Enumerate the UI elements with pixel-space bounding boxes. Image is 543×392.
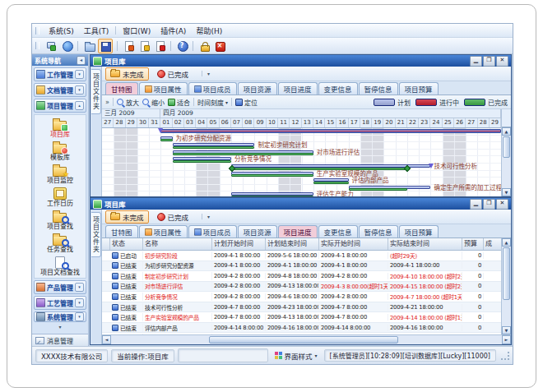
locate-button[interactable]: 定位 <box>235 98 258 107</box>
gantt-bar-done[interactable] <box>231 174 313 177</box>
tab-甘特图[interactable]: 甘特图 <box>105 82 138 95</box>
sidebar-item-项目查找[interactable]: 项目查找 <box>35 210 86 230</box>
table-row[interactable]: 已结束分析竞争情况2009-4-2 8:00:002009-4-6 18:00:… <box>102 292 501 302</box>
filter-tab-completed[interactable]: 已完成 <box>152 67 194 81</box>
menu-item-1[interactable]: 系统(S) <box>44 25 79 37</box>
chevron-down-icon[interactable]: ▾ <box>75 70 84 79</box>
scroll-down-button[interactable]: ▼ <box>502 326 511 334</box>
minimize-button[interactable]: ▁ <box>470 199 482 210</box>
tab-变更信息[interactable]: 变更信息 <box>318 225 358 238</box>
maximize-button[interactable]: ❐ <box>483 56 495 67</box>
tab-项目属性[interactable]: 项目属性 <box>139 82 188 95</box>
close-button[interactable]: ✕ <box>496 199 508 210</box>
day-cell[interactable]: 08 <box>243 118 254 127</box>
vertical-scrollbar[interactable]: ▲▼ <box>501 109 511 196</box>
fit-button[interactable]: 适合 <box>168 98 190 107</box>
day-cell[interactable]: 14 <box>313 118 325 127</box>
day-cell[interactable]: 20 <box>383 118 395 127</box>
day-cell[interactable]: 12 <box>290 118 301 127</box>
scroll-right-button[interactable]: ► <box>502 335 511 344</box>
tab-暂停信息[interactable]: 暂停信息 <box>359 225 398 238</box>
day-cell[interactable]: 26 <box>454 118 466 127</box>
day-cell[interactable]: 02 <box>173 118 184 127</box>
project-folder-tab[interactable]: 项目文件夹 <box>91 69 101 114</box>
day-cell[interactable]: 31 <box>149 118 160 127</box>
day-cell[interactable]: 07 <box>231 118 243 127</box>
more-chevron-icon[interactable]: » <box>105 99 109 106</box>
table-row[interactable]: 已结束评估内部产品2009-4-14 8:00:002009-4-16 18:0… <box>102 323 501 334</box>
menu-item-3[interactable]: 窗口(W) <box>118 25 155 37</box>
day-cell[interactable]: 17 <box>349 118 360 127</box>
overflow-chevron-icon[interactable]: ▾ <box>202 214 210 219</box>
sidebar-collapse-icon[interactable]: ◂ <box>77 56 86 65</box>
table-row[interactable]: 已结束对市场进行评估2009-4-2 8:00:002009-4-13 18:0… <box>102 282 501 293</box>
sidebar-group-1[interactable]: 工作管理▾ <box>34 67 86 81</box>
column-header-6[interactable]: 实际结束时间 <box>388 238 462 250</box>
globe-button[interactable] <box>60 39 73 53</box>
project-folder-tab[interactable]: 项目文件夹 <box>91 212 101 257</box>
day-cell[interactable]: 22 <box>407 118 419 127</box>
doc-add-button[interactable] <box>122 39 135 53</box>
sidebar-group-3[interactable]: 项目管理▴ <box>34 99 86 113</box>
gantt-bar-done[interactable] <box>313 182 349 184</box>
day-cell[interactable]: 09 <box>254 118 266 127</box>
zoom-in-button[interactable]: 放大 <box>117 98 139 107</box>
scroll-up-button[interactable]: ▲ <box>502 127 511 136</box>
folder-button[interactable] <box>82 39 95 53</box>
chevron-down-icon[interactable]: ▾ <box>75 312 84 321</box>
exit-button[interactable]: × <box>213 39 226 53</box>
table-row[interactable]: 已结束为初步研究分配资源2009-4-1 8:00:002009-4-1 18:… <box>102 261 501 272</box>
tab-甘特图[interactable]: 甘特图 <box>105 225 138 238</box>
sidebar-group-6[interactable]: 系统管理▾ <box>34 311 86 322</box>
scrollbar-thumb[interactable] <box>503 247 510 300</box>
column-header-1[interactable]: 状态 <box>110 238 143 250</box>
lock-button[interactable] <box>197 39 211 53</box>
day-cell[interactable]: 29 <box>126 118 137 127</box>
column-header-7[interactable]: 预算 <box>462 238 484 250</box>
day-cell[interactable]: 29 <box>490 118 501 127</box>
workstation-button[interactable] <box>44 39 58 53</box>
message-management-tab[interactable]: 消息管理 <box>32 334 88 346</box>
day-cell[interactable]: 28 <box>478 118 490 127</box>
day-cell[interactable]: 10 <box>267 118 278 127</box>
vertical-scrollbar[interactable]: ▲▼ <box>501 238 511 334</box>
tab-项目属性[interactable]: 项目属性 <box>139 225 188 238</box>
menu-grip[interactable] <box>35 27 39 35</box>
day-cell[interactable]: 30 <box>137 118 149 127</box>
day-cell[interactable]: 27 <box>466 118 477 127</box>
filter-tab-incomplete[interactable]: 未完成 <box>105 210 149 224</box>
scrollbar-thumb[interactable] <box>503 136 510 158</box>
horizontal-scrollbar[interactable]: ◄► <box>102 334 511 344</box>
sidebar-item-项目文档查找[interactable]: 项目文档查找 <box>35 256 86 276</box>
day-cell[interactable]: 24 <box>430 118 442 127</box>
day-cell[interactable]: 06 <box>220 118 231 127</box>
day-cell[interactable]: 15 <box>325 118 336 127</box>
sidebar-group-5[interactable]: 工艺管理▾ <box>34 296 86 310</box>
sidebar-item-项目监控[interactable]: ★项目监控 <box>35 164 86 184</box>
gantt-bar-done[interactable] <box>173 160 231 163</box>
gantt-bar-done[interactable] <box>160 139 172 141</box>
gantt-bar-done[interactable] <box>231 196 313 196</box>
column-header-2[interactable]: 名称 <box>143 238 212 250</box>
day-cell[interactable]: 21 <box>396 118 407 127</box>
chevron-down-icon[interactable]: ▾ <box>75 298 84 307</box>
tab-项目预算[interactable]: 项目预算 <box>399 225 439 238</box>
overflow-chevron-icon[interactable]: ▾ <box>202 71 210 76</box>
scroll-more-icon[interactable]: ▾ <box>34 324 86 330</box>
column-header-8[interactable]: 成 <box>484 238 501 250</box>
day-cell[interactable]: 01 <box>160 118 172 127</box>
zoom-out-button[interactable]: 缩小 <box>142 98 165 107</box>
sidebar-item-模板库[interactable]: 模板库 <box>35 141 86 161</box>
menu-item-2[interactable]: 工具(T) <box>79 25 114 37</box>
tab-暂停信息[interactable]: 暂停信息 <box>359 82 398 95</box>
column-header-3[interactable]: 计划开始时间 <box>212 238 266 250</box>
time-scale-button[interactable]: 时间刻度▾ <box>197 98 228 107</box>
day-cell[interactable]: 13 <box>302 118 313 127</box>
close-button[interactable]: ✕ <box>496 56 508 67</box>
day-cell[interactable]: 04 <box>196 118 207 127</box>
sidebar-group-2[interactable]: 文档管理▾ <box>34 83 86 97</box>
filter-tab-completed[interactable]: 已完成 <box>152 210 194 224</box>
tab-变更信息[interactable]: 变更信息 <box>318 82 358 95</box>
day-cell[interactable]: 11 <box>278 118 290 127</box>
chevron-up-icon[interactable]: ▴ <box>75 101 84 110</box>
